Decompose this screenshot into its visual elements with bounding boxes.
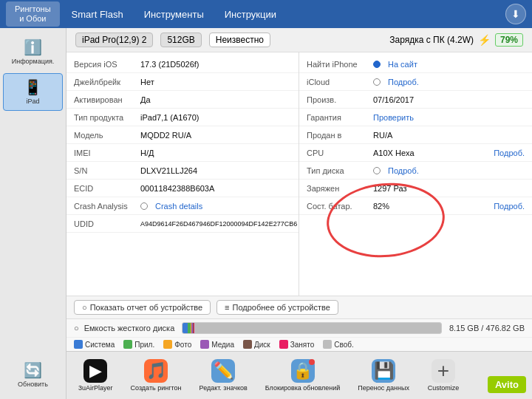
info-row-battery-health: Сост. батар. 82% Подроб. (299, 197, 532, 215)
charging-label: Зарядка с ПК (4.2W) (389, 35, 474, 45)
icon-edit-icon: ✏️ (211, 359, 235, 383)
icloud-radio[interactable] (373, 78, 381, 86)
info-row-warranty: Гарантия Проверить (299, 109, 532, 126)
disk-type-radio[interactable] (373, 167, 381, 174)
report-label: Показать отчет об устройстве (90, 303, 202, 312)
legend-media: Медиа (200, 340, 234, 349)
charging-info: Зарядка с ПК (4.2W) ⚡ 79% (389, 33, 523, 47)
info-row-sn: S/N DLXV21LLJ264 (66, 162, 299, 180)
toolbar-ringtone[interactable]: 🎵 Создать рингтон (125, 356, 188, 395)
legend-color-disk (243, 340, 252, 349)
disk-label: ○ Емкость жесткого диска (74, 324, 174, 332)
sidebar-label-device: iPad (26, 98, 39, 106)
report-button[interactable]: ○ Показать отчет об устройстве (74, 300, 211, 315)
info-row-model: Модель MQDD2 RU/A (66, 126, 299, 144)
find-iphone-radio[interactable] (373, 61, 381, 68)
ringtone-label: Создать рингтон (131, 384, 182, 392)
legend-color-system (74, 340, 83, 349)
disk-seg-system (183, 323, 188, 333)
sidebar-item-update[interactable]: 🔄 Обновить (3, 357, 63, 393)
info-row-ios: Версия iOS 17.3 (21D5026f) (66, 55, 299, 73)
disk-size: 8.15 GB / 476.82 GB (449, 324, 525, 332)
disk-type-link[interactable]: Подроб. (388, 166, 419, 175)
menu-bar-right: ⬇ (505, 4, 526, 24)
customize-icon: + (432, 359, 455, 383)
content-panel: iPad Pro(12,9) 2 512GB Неизвестно Зарядк… (66, 28, 532, 399)
info-row-icloud: iCloud Подроб. (299, 73, 532, 91)
device-storage: 512GB (160, 33, 201, 47)
info-col-right: Найти iPhone На сайт iCloud Подроб. Прои… (299, 52, 532, 296)
menu-item-smartflash[interactable]: Smart Flash (63, 6, 132, 23)
device-status: Неизвестно (209, 33, 270, 47)
info-row-disk-type: Тип диска Подроб. (299, 162, 532, 180)
icloud-link[interactable]: Подроб. (388, 78, 419, 86)
icon-edit-label: Редакт. значков (200, 384, 248, 392)
lockdown-label: Блокировка обновлений (265, 384, 341, 392)
sidebar-label-update: Обновить (18, 381, 48, 389)
device-icon: 📱 (24, 78, 42, 96)
toolbar-customize[interactable]: + Customize (421, 356, 466, 395)
menu-item-instruments[interactable]: Инструменты (135, 6, 213, 23)
legend-occupied: Занято (279, 340, 315, 349)
legend-row: Система Прил. Фото Медиа Диск (66, 337, 532, 351)
battery-icon: ⚡ (478, 34, 491, 46)
main-content: ℹ️ Информация. 📱 iPad 🔄 Обновить iPad Pr… (0, 28, 532, 399)
customize-label: Customize (428, 384, 460, 392)
transfer-icon: 💾 (372, 359, 395, 383)
menu-bar: Рингтоныи Обои Smart Flash Инструменты И… (0, 0, 532, 28)
legend-color-media (200, 340, 209, 349)
info-row-crash: Crash Analysis Crash details (66, 197, 299, 215)
disk-row: ○ Емкость жесткого диска 8.15 GB / 476.8… (66, 318, 532, 337)
crash-details-link[interactable]: Crash details (155, 202, 202, 211)
toolbar-lockdown[interactable]: 🔒 Блокировка обновлений (259, 356, 347, 395)
legend-color-apps (123, 340, 132, 349)
device-header: iPad Pro(12,9) 2 512GB Неизвестно Зарядк… (66, 28, 532, 52)
legend-disk: Диск (243, 340, 270, 349)
toolbar-transfer[interactable]: 💾 Перенос данных (352, 356, 415, 395)
airplayer-icon: ▶ (83, 359, 107, 383)
info-row-product-type: Тип продукта iPad7,1 (A1670) (66, 109, 299, 126)
info-row-ecid: ECID 00011842388B603A (66, 180, 299, 197)
warranty-link[interactable]: Проверить (373, 113, 414, 122)
toolbar-icon-edit[interactable]: ✏️ Редакт. значков (194, 356, 253, 395)
crash-radio[interactable] (140, 202, 148, 210)
info-col-left: Версия iOS 17.3 (21D5026f) Джейлбрейк Не… (66, 52, 299, 296)
legend-apps: Прил. (123, 340, 154, 349)
battery-details-link[interactable]: Подроб. (494, 202, 525, 211)
info-row-cpu: CPU A10X Hexa Подроб. (299, 144, 532, 162)
menu-item-ringtones[interactable]: Рингтоныи Обои (6, 1, 60, 27)
info-row-activated: Активирован Да (66, 91, 299, 109)
sidebar: ℹ️ Информация. 📱 iPad 🔄 Обновить (0, 28, 66, 399)
action-row: ○ Показать отчет об устройстве ≡ Подробн… (66, 296, 532, 318)
legend-color-photos (163, 340, 172, 349)
info-row-jailbreak: Джейлбрейк Нет (66, 73, 299, 91)
device-model: iPad Pro(12,9) 2 (75, 33, 153, 47)
legend-color-occupied (279, 340, 288, 349)
ringtone-icon: 🎵 (144, 359, 168, 383)
legend-system: Система (74, 340, 115, 349)
disk-seg-free (194, 323, 441, 333)
toolbar-airplayer[interactable]: ▶ 3uAirPlayer (72, 356, 119, 395)
info-row-sold-in: Продан в RU/A (299, 126, 532, 144)
info-row-udid: UDID A94D9614F26D467946DF12000094DF142E2… (66, 215, 299, 233)
update-icon: 🔄 (24, 361, 42, 379)
detailed-button[interactable]: ≡ Подробнее об устройстве (216, 300, 338, 315)
legend-photos: Фото (163, 340, 191, 349)
avito-badge: Avito (488, 376, 526, 393)
find-iphone-link[interactable]: На сайт (388, 60, 417, 69)
transfer-label: Перенос данных (358, 384, 409, 392)
info-row-manufactured: Произв. 07/16/2017 (299, 91, 532, 109)
list-icon: ≡ (225, 303, 229, 312)
info-table: Версия iOS 17.3 (21D5026f) Джейлбрейк Не… (66, 52, 532, 296)
cpu-details-link[interactable]: Подроб. (494, 149, 525, 157)
disk-bar (182, 322, 442, 334)
info-row-find-iphone: Найти iPhone На сайт (299, 55, 532, 73)
download-button[interactable]: ⬇ (505, 4, 526, 24)
legend-color-free (323, 340, 332, 349)
menu-item-instructions[interactable]: Инструкции (216, 6, 285, 23)
battery-percentage: 79% (495, 33, 523, 47)
legend-free: Своб. (323, 340, 354, 349)
app-window: Рингтоныи Обои Smart Flash Инструменты И… (0, 0, 532, 399)
sidebar-item-info[interactable]: ℹ️ Информация. (3, 34, 63, 70)
sidebar-item-device[interactable]: 📱 iPad (3, 73, 63, 111)
